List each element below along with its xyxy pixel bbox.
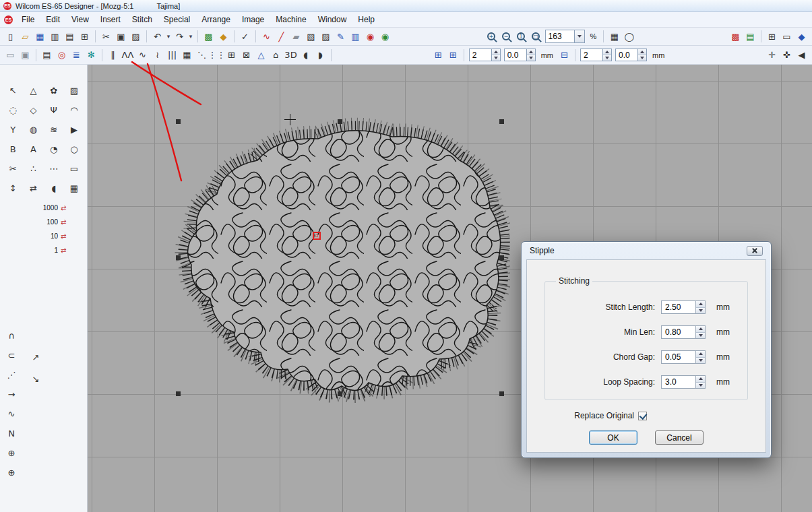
branching-tool-icon[interactable]: Ψ bbox=[46, 103, 61, 117]
measure-tool-icon[interactable]: ↕ bbox=[5, 181, 20, 195]
new-design-icon[interactable]: ▯ bbox=[3, 30, 18, 43]
close-icon[interactable] bbox=[747, 246, 763, 256]
scissors-tool-icon[interactable]: ✂ bbox=[5, 162, 20, 175]
print-preview-icon[interactable]: ⊞ bbox=[77, 30, 92, 43]
layout-grid-1-icon[interactable]: ⊞ bbox=[431, 49, 445, 62]
spool-colors-icon[interactable]: ◎ bbox=[55, 49, 69, 62]
layout-grid-2-icon[interactable]: ⊞ bbox=[446, 49, 460, 62]
target-end-tool-icon[interactable]: ⊕ bbox=[4, 466, 19, 479]
zoom-out-icon[interactable]: − bbox=[499, 30, 513, 43]
dot-fill-icon[interactable]: ⋱ bbox=[195, 49, 209, 62]
jump-arrow-tool-icon[interactable]: → bbox=[4, 387, 19, 401]
menu-stitch[interactable]: Stitch bbox=[127, 13, 158, 26]
redo-dropdown-icon[interactable]: ▾ bbox=[187, 30, 194, 43]
menu-view[interactable]: View bbox=[66, 13, 94, 26]
verify-design-icon[interactable]: ✓ bbox=[238, 30, 252, 43]
show-grid-icon[interactable]: ▦ bbox=[607, 30, 621, 43]
spin-up-icon[interactable] bbox=[638, 49, 646, 55]
open-ring-tool-icon[interactable]: ⊂ bbox=[4, 348, 19, 362]
min-len-input[interactable] bbox=[661, 325, 696, 339]
open-design-icon[interactable]: ▱ bbox=[18, 30, 32, 43]
menu-window[interactable]: Window bbox=[313, 13, 352, 26]
overview-window-icon[interactable]: ⊞ bbox=[765, 30, 779, 43]
stipple-border-icon[interactable]: ✻ bbox=[84, 49, 98, 62]
pan-tool-icon[interactable]: ✛ bbox=[765, 49, 779, 62]
run-stitch-icon[interactable]: ╱ bbox=[274, 30, 288, 43]
spin-down-icon[interactable] bbox=[492, 55, 500, 61]
zoom-1to1-icon[interactable]: 1 bbox=[514, 30, 528, 43]
motif-fill-icon[interactable]: ▨ bbox=[319, 30, 333, 43]
spin-up-icon[interactable] bbox=[696, 351, 705, 357]
menu-edit[interactable]: Edit bbox=[40, 13, 65, 26]
squiggle-effect-icon[interactable]: ≀ bbox=[150, 49, 164, 62]
spin-down-icon[interactable] bbox=[527, 55, 535, 61]
lettering-tool-icon[interactable]: A bbox=[26, 142, 40, 156]
spin-up-icon[interactable] bbox=[696, 301, 705, 307]
mirror-pair-tool-icon[interactable]: ⇄ bbox=[26, 181, 40, 195]
zigzag-effect-icon[interactable]: ΛΛ bbox=[121, 49, 135, 62]
thread-chart-icon[interactable]: ▤ bbox=[743, 30, 757, 43]
redo-icon[interactable]: ↷ bbox=[173, 30, 187, 43]
selection-handle[interactable] bbox=[338, 119, 342, 124]
color-film-icon[interactable]: ▣ bbox=[18, 49, 32, 62]
reshape-object-tool-icon[interactable]: △ bbox=[26, 84, 40, 97]
brain-stipple-design[interactable] bbox=[170, 113, 510, 403]
stipple-run-icon[interactable]: ≣ bbox=[69, 49, 84, 62]
stipple-fill-icon[interactable]: ⋮⋮ bbox=[210, 49, 224, 62]
zoom-level-input[interactable] bbox=[545, 30, 575, 43]
design-properties-icon[interactable]: ▩ bbox=[728, 30, 743, 43]
wand-tool-icon[interactable]: Y bbox=[5, 123, 20, 136]
digitize-pencil-icon[interactable]: ✎ bbox=[334, 30, 348, 43]
flag-tool-icon[interactable]: ▶ bbox=[67, 123, 82, 136]
save-design-icon[interactable]: ▦ bbox=[33, 30, 47, 43]
nudge-step-1[interactable]: 1 ⇄ bbox=[40, 247, 84, 254]
pattern-stamp-icon[interactable]: ▥ bbox=[348, 30, 363, 43]
target-start-tool-icon[interactable]: ⊕ bbox=[4, 446, 19, 459]
selection-handle[interactable] bbox=[499, 119, 504, 124]
touch-up-image-icon[interactable]: ◆ bbox=[216, 30, 230, 43]
menu-special[interactable]: Special bbox=[158, 13, 195, 26]
spin-up-icon[interactable] bbox=[603, 49, 611, 55]
spin-up-icon[interactable] bbox=[492, 49, 500, 55]
spin-up-icon[interactable] bbox=[696, 376, 705, 382]
monogram-tool-icon[interactable]: ∴ bbox=[26, 162, 40, 175]
spin-down-icon[interactable] bbox=[696, 307, 705, 314]
spin-down-icon[interactable] bbox=[696, 332, 705, 339]
print-icon[interactable]: ▤ bbox=[63, 30, 77, 43]
satin-stitch-icon[interactable]: ▰ bbox=[289, 30, 303, 43]
selection-handle[interactable] bbox=[176, 391, 181, 396]
run-dots-tool-icon[interactable]: ⋯ bbox=[46, 162, 61, 175]
ellipse-tool-icon[interactable]: ○ bbox=[67, 142, 82, 156]
ok-button[interactable]: OK bbox=[589, 430, 637, 445]
save-all-icon[interactable]: ▥ bbox=[48, 30, 62, 43]
satin-columns-icon[interactable]: ‖ bbox=[106, 49, 120, 62]
nudge-up-right-tool-icon[interactable]: ↗ bbox=[28, 350, 43, 364]
contour-fill-icon[interactable]: △ bbox=[254, 49, 268, 62]
stitch-player-icon[interactable]: ▤ bbox=[40, 49, 54, 62]
zigzag-run-tool-icon[interactable]: ≋ bbox=[46, 123, 61, 136]
spin-down-icon[interactable] bbox=[696, 382, 705, 389]
arc-tool-icon[interactable]: ◠ bbox=[67, 103, 82, 117]
dotted-run-tool-icon[interactable]: ⋰ bbox=[4, 368, 19, 381]
scroll-left-icon[interactable]: ◀ bbox=[794, 49, 809, 62]
fan-shape-tool-icon[interactable]: ∩ bbox=[4, 329, 19, 342]
spin-down-icon[interactable] bbox=[696, 357, 705, 364]
parallel-lines-icon[interactable]: ||| bbox=[165, 49, 179, 62]
select-object-tool-icon[interactable]: ↖ bbox=[5, 84, 20, 97]
zoom-in-icon[interactable]: + bbox=[485, 30, 499, 43]
paste-icon[interactable]: ▨ bbox=[129, 30, 143, 43]
center-design-icon[interactable]: ✜ bbox=[780, 49, 794, 62]
show-hoop-icon[interactable]: ◯ bbox=[622, 30, 636, 43]
cross-fill-icon[interactable]: ⊞ bbox=[224, 49, 239, 62]
undo-icon[interactable]: ↶ bbox=[150, 30, 164, 43]
selection-handle[interactable] bbox=[499, 255, 504, 260]
fan-stitch-tool-icon[interactable]: ◖ bbox=[46, 181, 61, 195]
rectangle-tool-icon[interactable]: ▭ bbox=[67, 162, 82, 175]
insert-image-icon[interactable]: ▩ bbox=[201, 30, 216, 43]
hatch-fill-tool-icon[interactable]: ▨ bbox=[67, 84, 82, 97]
menu-machine[interactable]: Machine bbox=[270, 13, 311, 26]
nudge-down-right-tool-icon[interactable]: ↘ bbox=[28, 372, 43, 385]
knife-tool-icon[interactable]: B bbox=[5, 142, 20, 156]
selection-handle[interactable] bbox=[176, 119, 181, 124]
x-fill-icon[interactable]: ⊠ bbox=[239, 49, 253, 62]
